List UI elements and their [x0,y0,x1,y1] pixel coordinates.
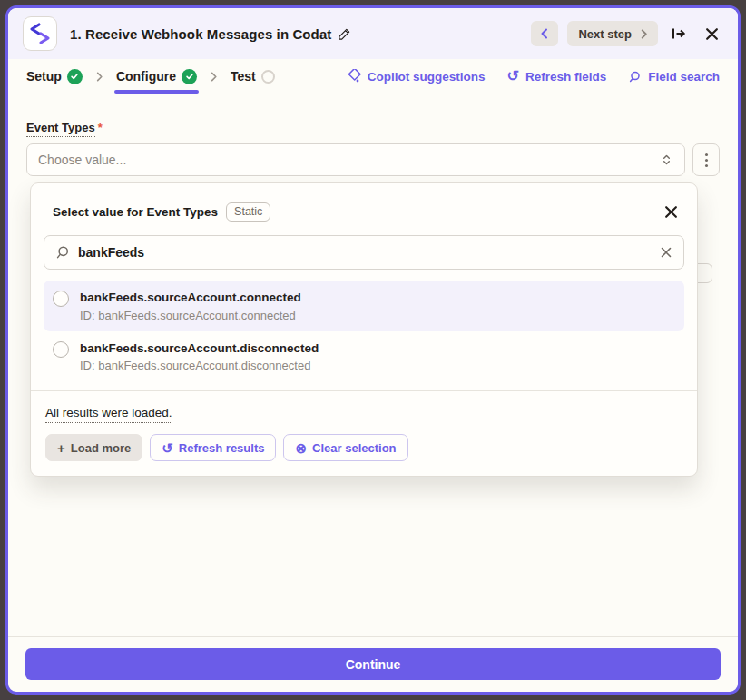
step-tabbar: Setup Configure Test [8,59,738,94]
select-placeholder: Choose value... [38,153,660,167]
refresh-results-label: Refresh results [179,441,265,455]
event-types-dropdown: Select value for Event Types Static [30,182,698,477]
dropdown-close-icon[interactable] [659,200,682,223]
radio-icon[interactable] [53,291,69,307]
clear-search-icon[interactable] [660,246,672,259]
tab-setup[interactable]: Setup [26,59,83,94]
results-status-text: All results were loaded. [45,406,172,423]
static-badge: Static [226,202,270,222]
dropdown-options-list: bankFeeds.sourceAccount.connected ID: ba… [44,281,684,381]
next-step-label: Next step [578,27,632,41]
circle-x-icon: ⊗ [295,441,307,455]
option-bankfeeds-disconnected[interactable]: bankFeeds.sourceAccount.disconnected ID:… [44,331,684,382]
clear-selection-label: Clear selection [312,441,397,455]
refresh-fields-button[interactable]: ↺ Refresh fields [507,69,607,84]
copilot-suggestions-label: Copilot suggestions [368,70,486,84]
event-types-label: Event Types [26,121,95,137]
event-types-select[interactable]: Choose value... [26,143,685,176]
copilot-suggestions-button[interactable]: Copilot suggestions [347,69,486,84]
test-incomplete-icon [261,70,275,84]
chevron-right-icon [639,29,649,39]
refresh-icon: ↺ [507,69,519,84]
search-icon [628,70,642,84]
configure-form: Event Types* Choose value... Select valu… [8,94,738,636]
field-actions: Copilot suggestions ↺ Refresh fields Fie… [347,69,720,84]
chevron-left-icon [539,28,550,39]
edit-title-icon[interactable] [338,27,351,41]
tab-test-label: Test [231,69,256,84]
option-bankfeeds-connected[interactable]: bankFeeds.sourceAccount.connected ID: ba… [44,281,684,331]
field-search-label: Field search [648,70,720,84]
load-more-button[interactable]: + Load more [45,434,142,461]
refresh-icon: ↺ [162,441,173,455]
field-search-button[interactable]: Field search [628,70,720,84]
chevron-right-icon [94,72,104,82]
refresh-fields-label: Refresh fields [525,70,606,84]
plus-icon: + [57,441,65,455]
step-title: 1. Receive Webhook Messages in Codat [70,26,331,42]
required-marker: * [98,121,103,134]
option-label: bankFeeds.sourceAccount.connected [80,289,301,307]
chevron-up-down-icon [660,153,673,167]
refresh-results-button[interactable]: ↺ Refresh results [150,434,276,461]
setup-complete-icon [67,69,83,84]
dropdown-title: Select value for Event Types [53,205,218,219]
dropdown-search-input[interactable] [78,245,660,260]
sparkle-icon [347,69,361,84]
previous-step-button[interactable] [531,21,558,46]
load-more-label: Load more [71,441,131,455]
tab-configure[interactable]: Configure [116,59,197,94]
clear-selection-button[interactable]: ⊗ Clear selection [283,434,407,461]
configure-complete-icon [182,69,197,84]
next-step-button[interactable]: Next step [567,21,658,46]
tab-test[interactable]: Test [231,59,275,94]
codat-logo-icon [28,22,52,45]
option-label: bankFeeds.sourceAccount.disconnected [80,340,319,358]
continue-button[interactable]: Continue [25,648,721,680]
codat-app-icon [23,16,57,51]
search-icon [55,245,70,260]
field-options-menu-icon[interactable] [692,143,720,176]
tab-setup-label: Setup [26,69,62,84]
titlebar-actions: Next step [531,21,723,46]
radio-icon[interactable] [53,341,69,358]
close-panel-icon[interactable] [700,22,723,45]
option-id: ID: bankFeeds.sourceAccount.connected [80,309,301,322]
step-editor-panel: 1. Receive Webhook Messages in Codat Nex… [5,5,741,695]
dropdown-search-box [44,235,684,270]
collapse-panel-icon[interactable] [667,22,691,45]
tab-configure-label: Configure [116,69,176,84]
bottom-bar: Continue [8,636,738,692]
chevron-right-icon [209,72,219,82]
dropdown-footer: All results were loaded. + Load more ↺ R… [31,390,697,476]
option-id: ID: bankFeeds.sourceAccount.disconnected [80,359,319,372]
titlebar: 1. Receive Webhook Messages in Codat Nex… [8,8,738,59]
